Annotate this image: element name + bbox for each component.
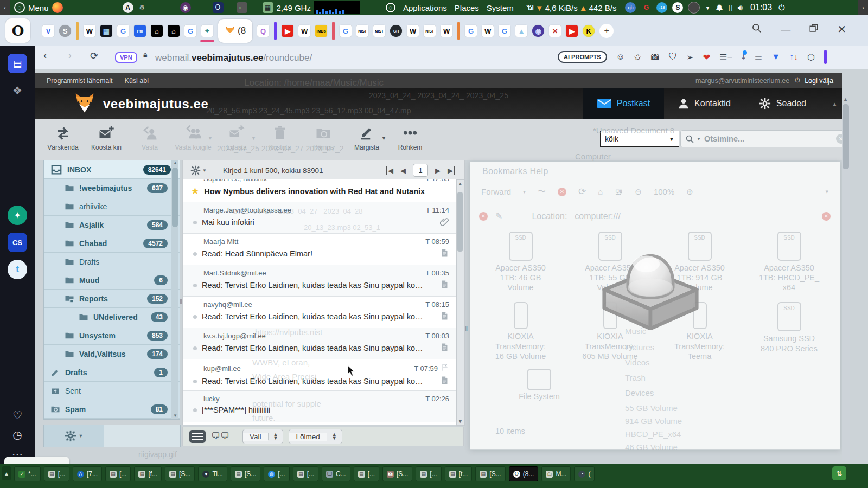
- taskbar-window-button[interactable]: ▤[S...: [165, 466, 195, 481]
- message-row[interactable]: kup@mil.ee T 07:59 Read: Tervist Erko La…: [183, 359, 457, 391]
- applications-menu-icon[interactable]: ◌: [386, 3, 395, 12]
- taskbar-window-button[interactable]: ▤[t...: [445, 466, 473, 481]
- search-clear-icon[interactable]: ✕: [836, 134, 842, 144]
- folder-item-asjalik[interactable]: Asjalik 584: [44, 216, 180, 234]
- last-page-button[interactable]: ▶: [448, 166, 455, 175]
- google-tab[interactable]: G: [465, 25, 477, 37]
- back-button[interactable]: ‹: [43, 50, 47, 61]
- taskbar-window-button[interactable]: ▤[...: [354, 466, 379, 481]
- wikipedia-tab[interactable]: W: [407, 25, 419, 37]
- tab-group-orange2[interactable]: [457, 22, 460, 40]
- menu-button[interactable]: Menu: [28, 3, 49, 12]
- taskbar-window-button[interactable]: ▤[f...: [134, 466, 162, 481]
- folder-item-sent[interactable]: Sent: [44, 382, 180, 400]
- fm-clear-location-icon[interactable]: ✕: [822, 212, 831, 221]
- power-icon[interactable]: ⏻︎: [778, 3, 785, 12]
- message-row[interactable]: Maarja Mitt T 08:59 Read: Head Sünnipäev…: [183, 234, 457, 265]
- wikipedia-tab[interactable]: W: [482, 25, 494, 37]
- fm-reload-icon[interactable]: ⟳: [578, 186, 586, 197]
- fm-home-icon[interactable]: ⌂: [598, 187, 603, 196]
- fm-location-value[interactable]: computer:///: [575, 211, 620, 221]
- message-row[interactable]: kv.s.tvj.logp@mil.ee T 08:03 Read: Tervi…: [183, 328, 457, 359]
- taskbar-window-button[interactable]: ●Ti...: [198, 466, 227, 481]
- message-row[interactable]: Mart.Sildnik@mil.ee T 08:35 Read: Tervis…: [183, 265, 457, 297]
- unread-dot-icon[interactable]: [193, 221, 197, 224]
- folder-item-reports[interactable]: Reports 152: [44, 290, 180, 308]
- taskbar-window-button[interactable]: ✓*...: [14, 466, 41, 481]
- skype-tray-icon[interactable]: S: [672, 2, 683, 13]
- window-close-button[interactable]: ✕: [837, 23, 846, 36]
- history-icon[interactable]: ◷: [8, 425, 27, 445]
- fm-zoom-out-icon[interactable]: ⊖: [635, 187, 642, 197]
- places-menu[interactable]: Places: [455, 3, 479, 12]
- toolbar-mark-button[interactable]: ▼Märgista: [347, 124, 386, 151]
- system-menu[interactable]: System: [487, 3, 514, 12]
- google-tab[interactable]: G: [117, 25, 129, 37]
- tab-search-icon[interactable]: [751, 23, 762, 36]
- folder-item-arhiivike[interactable]: arhiivike: [44, 197, 180, 216]
- unread-dot-icon[interactable]: [193, 252, 197, 256]
- page-scrollbar[interactable]: ▲: [842, 103, 850, 461]
- taskbar-window-button[interactable]: ▤[S...: [231, 466, 260, 481]
- movie-tab[interactable]: ▦: [100, 25, 112, 37]
- folder-item-chabad[interactable]: Chabad 4572: [44, 234, 180, 253]
- taskbar-window-button[interactable]: ▤[S...: [475, 466, 505, 481]
- shield-check-icon[interactable]: 🛡︎: [668, 52, 677, 62]
- unread-dot-icon[interactable]: [193, 315, 197, 319]
- k-tab[interactable]: K: [583, 25, 595, 37]
- folder-scrollbar[interactable]: ▲ ▼: [171, 160, 178, 419]
- toolbar-refresh-button[interactable]: Värskenda: [43, 125, 82, 151]
- battery-icon[interactable]: ▯: [728, 3, 732, 12]
- tuning-sliders-icon[interactable]: ⚌: [755, 52, 762, 62]
- nav-kontaktid[interactable]: Kontaktid: [664, 88, 745, 119]
- v-logo-tab[interactable]: V: [42, 25, 54, 37]
- drive-item[interactable]: SSD Samsung SSD840 PRO Series: [744, 302, 834, 361]
- indicator-arrow-icon[interactable]: ▼: [705, 5, 710, 11]
- telegram-tray-icon[interactable]: .18: [656, 2, 667, 13]
- taskbar-window-button[interactable]: ◔(: [574, 466, 595, 481]
- reading-list-icon[interactable]: ☰−: [719, 52, 732, 62]
- toolbar-compose-button[interactable]: Koosta kiri: [87, 125, 126, 151]
- nist-tab[interactable]: NIST: [356, 25, 368, 37]
- wikipedia-tab[interactable]: W: [84, 25, 95, 37]
- taskbar-window-button[interactable]: ▤[...: [293, 466, 318, 481]
- folder-item-drafts[interactable]: Drafts: [44, 253, 180, 271]
- distro-menu-icon[interactable]: ◌: [14, 2, 25, 13]
- wifi-icon[interactable]: 📶︎: [527, 4, 534, 12]
- current-page[interactable]: 1: [413, 164, 428, 177]
- logout-link[interactable]: Logi välja: [805, 77, 833, 85]
- nav-postkast[interactable]: Postkast: [583, 88, 664, 119]
- list-mode-icon[interactable]: [189, 430, 206, 443]
- tab-group-purple[interactable]: [274, 22, 277, 40]
- v-extension-icon[interactable]: ▼: [771, 52, 780, 62]
- reading-list-tile[interactable]: ▤: [8, 54, 27, 73]
- fm-zoom-in-icon[interactable]: ⊕: [686, 187, 693, 197]
- bank-tab[interactable]: ⌂: [151, 25, 163, 37]
- folder-item-drafts[interactable]: Drafts 1: [44, 363, 180, 382]
- purple-tab[interactable]: ◉: [532, 25, 544, 37]
- panel-splitter-right[interactable]: ‖: [465, 324, 468, 332]
- tor-icon[interactable]: ◉: [180, 2, 191, 13]
- taskbar-window-button[interactable]: O(8...: [509, 466, 539, 481]
- scope-tab[interactable]: ⌖: [201, 25, 213, 37]
- bookmark-icon[interactable]: ✩: [634, 52, 641, 62]
- pinboards-tile[interactable]: ❖: [8, 81, 27, 100]
- taskbar-window-button[interactable]: 📷︎[S...: [382, 466, 412, 481]
- google-tab[interactable]: G: [499, 25, 510, 37]
- cube-extension-icon[interactable]: ⬡: [807, 52, 815, 62]
- volume-icon[interactable]: 🔊︎: [738, 3, 743, 12]
- gears-icon[interactable]: ⚙: [137, 2, 148, 13]
- new-tab-button[interactable]: +: [599, 24, 614, 38]
- fox-active-tab[interactable]: (8: [218, 19, 252, 43]
- message-row[interactable]: Marge.Jarvi@tootukassa.ee T 11:14 Mai ku…: [183, 202, 457, 234]
- folder-actions-button[interactable]: ▼: [44, 425, 104, 447]
- banner-collapse-arrow[interactable]: ▲: [832, 101, 838, 107]
- taskbar-window-button[interactable]: ◍[...: [264, 466, 289, 481]
- fm-stop-icon[interactable]: ✕: [558, 188, 566, 196]
- extension-bar[interactable]: [824, 50, 827, 64]
- x-tab[interactable]: ✕: [549, 25, 561, 37]
- drive-item[interactable]: SSD Apacer AS3501TB: 46 GBVolume: [476, 232, 565, 292]
- fm-toolbar-caret[interactable]: ▾: [825, 188, 828, 195]
- first-page-button[interactable]: ◀: [386, 166, 393, 175]
- folder-item-muud[interactable]: Muud 6: [44, 271, 180, 290]
